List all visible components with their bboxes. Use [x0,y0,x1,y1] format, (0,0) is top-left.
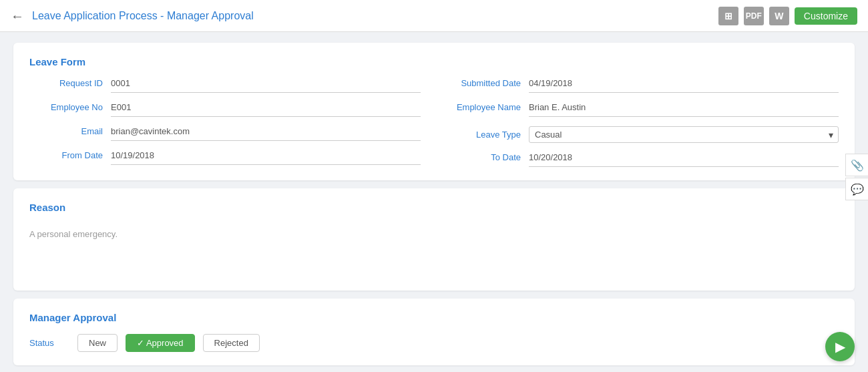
back-button[interactable]: ← [11,9,24,23]
header-left: ← Leave Application Process - Manager Ap… [11,9,254,23]
word-icon-button[interactable]: W [769,7,789,25]
pdf-icon-button[interactable]: PDF [744,7,764,25]
employee-no-row: Employee No E001 [29,102,421,117]
status-label: Status [29,338,69,348]
pdf-icon: PDF [746,11,762,21]
from-date-label: From Date [29,150,103,160]
request-id-value: 0001 [111,78,421,93]
from-date-row: From Date 10/19/2018 [29,150,421,165]
approved-checkmark: ✓ [137,338,146,348]
leave-form-card: Leave Form Request ID 0001 Employee No E… [13,43,855,180]
leave-form-grid: Request ID 0001 Employee No E001 Email b… [29,78,839,167]
rejected-status-button[interactable]: Rejected [203,334,260,352]
header-right: ⊞ PDF W Customize [718,7,857,25]
word-icon: W [775,11,783,21]
reason-card: Reason A personal emergency. [13,188,855,291]
employee-name-label: Employee Name [447,102,521,112]
employee-no-value: E001 [111,102,421,117]
chat-icon: 💬 [851,183,864,196]
to-date-row: To Date 10/20/2018 [447,152,839,167]
email-label: Email [29,126,103,136]
chat-icon-button[interactable]: 💬 [845,178,868,200]
right-column: Submitted Date 04/19/2018 Employee Name … [447,78,839,167]
page-title: Leave Application Process - Manager Appr… [32,10,254,22]
to-date-label: To Date [447,152,521,162]
from-date-value: 10/19/2018 [111,150,421,165]
to-date-value: 10/20/2018 [529,152,839,167]
grid-icon: ⊞ [724,11,732,21]
leave-type-label: Leave Type [447,130,521,140]
submitted-date-value: 04/19/2018 [529,78,839,93]
leave-form-title: Leave Form [29,56,839,67]
attach-icon-button[interactable]: 📎 [845,154,868,176]
submitted-date-row: Submitted Date 04/19/2018 [447,78,839,93]
employee-name-row: Employee Name Brian E. Austin [447,102,839,117]
approved-status-button[interactable]: ✓ Approved [126,334,195,352]
submitted-date-label: Submitted Date [447,78,521,88]
request-id-row: Request ID 0001 [29,78,421,93]
sidebar-icons: 📎 💬 [845,154,868,200]
grid-icon-button[interactable]: ⊞ [718,7,738,25]
manager-approval-card: Manager Approval Status New ✓ Approved R… [13,299,855,365]
leave-type-select[interactable]: Casual Annual Sick [529,126,839,143]
manager-approval-title: Manager Approval [29,312,839,323]
main-content: Leave Form Request ID 0001 Employee No E… [0,32,868,372]
left-column: Request ID 0001 Employee No E001 Email b… [29,78,421,167]
send-icon: ▶ [835,339,845,355]
email-value: brian@cavintek.com [111,126,421,141]
leave-type-select-wrapper: Casual Annual Sick [529,126,839,143]
send-button[interactable]: ▶ [825,332,855,361]
attach-icon: 📎 [851,159,864,172]
request-id-label: Request ID [29,78,103,88]
approval-status-row: Status New ✓ Approved Rejected [29,334,839,352]
reason-title: Reason [29,202,839,213]
header: ← Leave Application Process - Manager Ap… [0,0,868,32]
employee-name-value: Brian E. Austin [529,102,839,117]
leave-type-row: Leave Type Casual Annual Sick [447,126,839,143]
reason-text: A personal emergency. [29,224,839,277]
email-row: Email brian@cavintek.com [29,126,421,141]
customize-button[interactable]: Customize [795,7,857,25]
employee-no-label: Employee No [29,102,103,112]
new-status-button[interactable]: New [77,334,118,352]
